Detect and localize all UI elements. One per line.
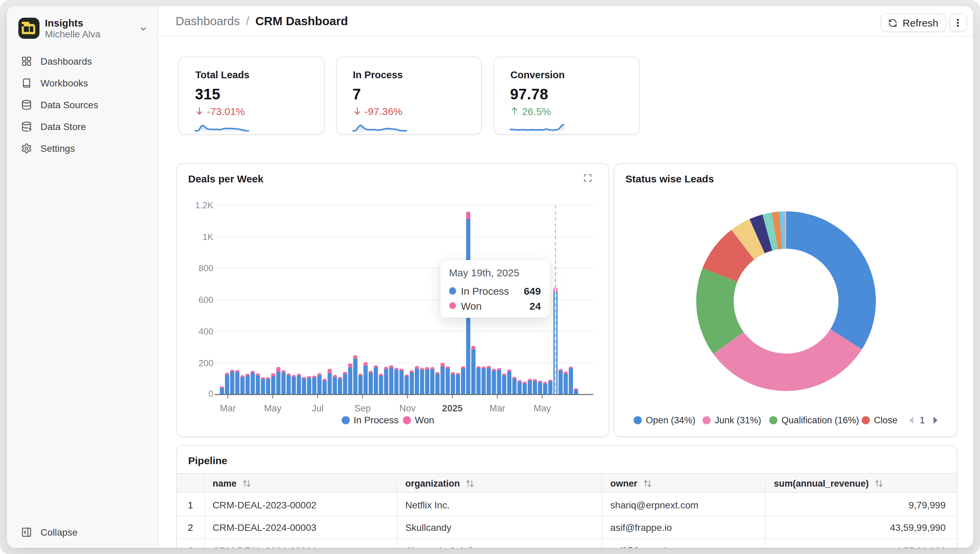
svg-text:800: 800 xyxy=(199,263,213,273)
svg-text:200: 200 xyxy=(199,358,213,368)
svg-text:Close: Close xyxy=(873,415,897,425)
svg-text:Open (34%): Open (34%) xyxy=(646,415,695,425)
svg-text:Jul: Jul xyxy=(312,403,324,414)
svg-text:May: May xyxy=(533,403,551,414)
svg-text:1K: 1K xyxy=(202,232,213,242)
svg-text:In Process: In Process xyxy=(353,415,398,425)
svg-text:Junk (31%): Junk (31%) xyxy=(714,415,761,425)
svg-text:Won: Won xyxy=(415,415,434,425)
svg-text:1.2K: 1.2K xyxy=(195,200,214,210)
svg-text:May: May xyxy=(264,403,282,414)
svg-text:Nov: Nov xyxy=(399,403,416,414)
svg-text:Sep: Sep xyxy=(354,403,371,414)
svg-text:Mar: Mar xyxy=(489,403,505,414)
svg-text:600: 600 xyxy=(199,295,213,305)
svg-text:Mar: Mar xyxy=(220,403,236,414)
svg-text:400: 400 xyxy=(199,326,213,337)
svg-text:1: 1 xyxy=(920,415,925,425)
svg-text:Qualification (16%): Qualification (16%) xyxy=(781,415,859,425)
svg-text:2025: 2025 xyxy=(442,403,463,414)
svg-text:0: 0 xyxy=(208,388,213,399)
